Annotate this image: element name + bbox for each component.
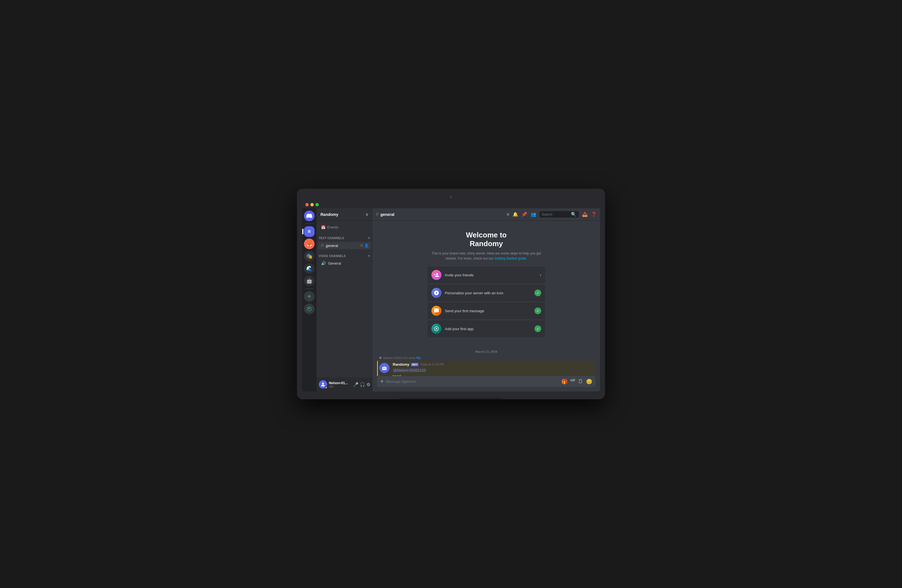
laptop-camera (449, 195, 453, 198)
close-button[interactable] (305, 203, 309, 206)
date-separator: March 13, 2024 (377, 350, 595, 353)
add-attachment-button[interactable]: + (381, 378, 384, 385)
laptop-base (302, 391, 600, 399)
inbox-icon[interactable]: 📥 (582, 212, 588, 217)
text-channels-section[interactable]: TEXT CHANNELS + (316, 231, 373, 242)
message-input-area: + 🎁 GIF 🗒 😊 (373, 376, 600, 391)
system-command: /flip (416, 356, 421, 360)
checklist: Invite your friends › Persona (428, 267, 545, 337)
threads-icon[interactable]: ≡ (507, 212, 509, 217)
getting-started-link[interactable]: Getting Started guide. (495, 256, 527, 260)
invite-label: Invite your friends (445, 273, 536, 277)
message-check-icon: ✓ (534, 307, 541, 314)
bot-mention: @Nelson-01001110 (393, 368, 426, 372)
message-icon (431, 306, 442, 316)
server-divider-2 (305, 288, 313, 289)
pinned-icon[interactable]: 📌 (521, 212, 527, 217)
channel-icons: ⚙ 👤 (360, 244, 369, 247)
user-settings-icon[interactable]: ⚙ (366, 382, 370, 387)
maximize-button[interactable] (315, 203, 319, 206)
invite-chevron-icon: › (540, 272, 541, 277)
server-divider (305, 224, 313, 224)
top-bar: # general ≡ 🔔 📌 👥 🔍 📥 ❓ (373, 208, 600, 220)
app-check-icon: ✓ (534, 325, 541, 332)
voice-channels-label: VOICE CHANNELS (319, 255, 346, 258)
separator-line-right (500, 352, 595, 352)
search-input[interactable] (542, 213, 570, 216)
microphone-icon[interactable]: 🎤 (353, 382, 359, 387)
hash-icon: # (321, 243, 324, 248)
user-info: Nelson-01... Idle (329, 381, 351, 388)
welcome-subtitle: This is your brand new, shiny server. He… (428, 251, 545, 261)
bot-message-header: Randomy BOT Today at 11:41 PM (393, 362, 593, 366)
search-bar[interactable]: 🔍 (540, 211, 579, 217)
top-bar-actions: ≡ 🔔 📌 👥 🔍 📥 ❓ (507, 211, 597, 217)
checklist-item-message[interactable]: Send your first message ✓ (428, 302, 545, 319)
personalize-check-icon: ✓ (534, 289, 541, 296)
welcome-section: Welcome to Randomy This is your brand ne… (377, 225, 595, 346)
add-server-button[interactable]: + (304, 291, 315, 302)
system-action: used (409, 356, 415, 360)
discover-button[interactable] (304, 303, 315, 314)
checklist-item-app[interactable]: Add your first app ✓ (428, 320, 545, 337)
invite-icon (431, 270, 442, 280)
top-bar-channel-name: general (381, 212, 395, 217)
notifications-icon[interactable]: 🔔 (513, 212, 518, 217)
svg-point-0 (322, 383, 324, 385)
channel-item-general-voice[interactable]: 🔊 General (318, 260, 371, 267)
system-message: Nelson-01001110 used /flip (377, 356, 595, 360)
bot-line-1: head (393, 374, 401, 376)
headphone-icon[interactable]: 🎧 (360, 382, 365, 387)
message-input-box: + 🎁 GIF 🗒 😊 (377, 376, 595, 387)
members-icon[interactable]: 👥 (531, 212, 536, 217)
server-chevron-icon: ∨ (365, 212, 369, 217)
bot-message-content: Randomy BOT Today at 11:41 PM @Nelson-01… (393, 362, 593, 376)
system-author: Nelson-01001110 (383, 356, 407, 360)
personalize-icon (431, 288, 442, 298)
add-text-channel-button[interactable]: + (368, 236, 370, 241)
active-indicator (302, 229, 303, 235)
svg-rect-1 (382, 367, 387, 370)
channel-name-general: general (326, 244, 359, 248)
message-input-actions: 🎁 GIF 🗒 😊 (561, 378, 592, 385)
add-member-icon[interactable]: 👤 (365, 244, 369, 247)
server-icon-home[interactable] (304, 211, 315, 221)
server-header[interactable]: Randomy ∨ (316, 208, 373, 220)
checklist-item-invite[interactable]: Invite your friends › (428, 267, 545, 283)
events-item[interactable]: 📅 Events (318, 224, 371, 231)
server-icon-3[interactable]: 🎭 (304, 251, 315, 261)
sticker-icon[interactable]: 🗒 (578, 378, 583, 385)
app-icon (431, 324, 442, 334)
channel-item-general[interactable]: # general ⚙ 👤 (318, 242, 371, 249)
add-voice-channel-button[interactable]: + (368, 253, 370, 258)
message-input[interactable] (386, 376, 559, 387)
message-label: Send your first message (445, 309, 531, 313)
bot-message-text: @Nelson-01001110 head tail head (393, 368, 593, 376)
channel-name-general-voice: General (328, 261, 369, 266)
user-name: Nelson-01... (329, 381, 351, 385)
emoji-icon[interactable]: 😊 (586, 378, 592, 385)
server-icon-5[interactable]: 🤖 (304, 275, 315, 286)
gift-icon[interactable]: 🎁 (561, 378, 567, 385)
help-icon[interactable]: ❓ (591, 212, 597, 217)
main-content: # general ≡ 🔔 📌 👥 🔍 📥 ❓ (373, 208, 600, 391)
voice-channels-section[interactable]: VOICE CHANNELS + (316, 249, 373, 260)
user-status-dot (325, 386, 327, 389)
svg-point-3 (385, 368, 385, 369)
checklist-item-personalize[interactable]: Personalize your server with an icon ✓ (428, 285, 545, 301)
top-bar-hash-icon: # (376, 211, 379, 217)
server-icon-randomy[interactable]: R (304, 226, 315, 237)
bot-timestamp: Today at 11:41 PM (420, 363, 443, 366)
system-message-text: Nelson-01001110 used /flip (383, 356, 421, 360)
top-bar-channel: # general (376, 211, 504, 217)
server-icon-2[interactable]: 🦊 (304, 239, 315, 249)
voice-icon: 🔊 (321, 261, 326, 266)
server-icon-4[interactable]: 🌊 (304, 263, 315, 274)
user-avatar (319, 380, 327, 389)
settings-icon[interactable]: ⚙ (360, 244, 363, 247)
minimize-button[interactable] (310, 203, 314, 206)
user-area: Nelson-01... Idle 🎤 🎧 ⚙ (316, 377, 373, 391)
app-label: Add your first app (445, 327, 531, 331)
gif-icon[interactable]: GIF (570, 378, 575, 385)
bot-message-group: Randomy BOT Today at 11:41 PM @Nelson-01… (377, 361, 595, 376)
